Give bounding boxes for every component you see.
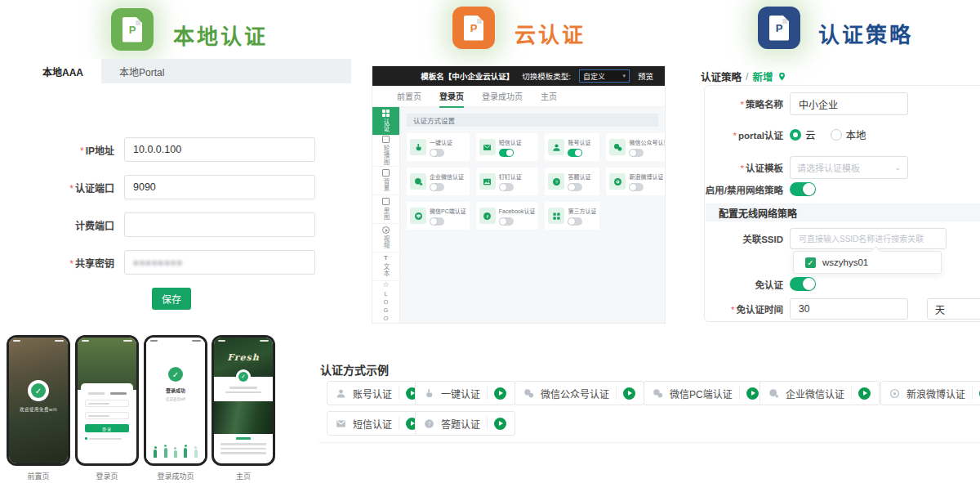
required-mark: * (69, 183, 74, 195)
auth-template-label: *认证模板 (705, 161, 790, 174)
method-toggle[interactable] (499, 149, 514, 157)
brand-logo-icon: ✓ (28, 380, 49, 401)
method-toggle[interactable] (430, 217, 444, 226)
play-icon[interactable] (494, 387, 506, 400)
decor-tab-active (110, 392, 127, 395)
method-toggle[interactable] (568, 149, 582, 157)
divider (739, 387, 740, 400)
radio-local[interactable] (831, 129, 842, 141)
success-screen: ✓ 登录成功 欢迎使用wifi (146, 338, 205, 463)
example-sina-weibo-auth[interactable]: 新浪微博认证 (880, 381, 980, 405)
sidebar-item-logo[interactable]: ☆ LOGO (372, 281, 399, 323)
wechat-pc-icon (653, 388, 663, 399)
method-toggle[interactable] (568, 183, 582, 191)
billing-port-input[interactable] (124, 212, 315, 237)
background-icon (382, 169, 390, 177)
agreement-row (85, 437, 129, 440)
ssid-option[interactable]: wszyhys01 (822, 257, 868, 267)
sidebar-item-text[interactable]: T 文本 (372, 253, 399, 281)
document-p-icon: P (122, 17, 142, 42)
sidebar-item-auth[interactable]: 认证 (372, 107, 399, 136)
play-icon[interactable] (623, 387, 635, 400)
play-icon[interactable] (494, 418, 506, 430)
breadcrumb-root[interactable]: 认证策略 (701, 69, 742, 84)
policy-icon: P (758, 7, 800, 49)
account-icon (548, 139, 564, 155)
divider (487, 417, 488, 430)
ssid-search-input[interactable] (790, 228, 947, 249)
required-mark: * (741, 163, 744, 173)
shared-key-input[interactable]: ●●●●●●●● (124, 250, 315, 275)
preview-button[interactable]: 预览 (638, 70, 653, 82)
ip-input[interactable] (124, 137, 315, 162)
method-card-wechat-pc: 微信PC端认证 (407, 202, 470, 230)
template-type-select[interactable]: 自定义▾ (579, 69, 630, 83)
free-auth-label: 免认证 (705, 278, 790, 291)
decor-bar (229, 387, 257, 389)
checkbox-checked-icon[interactable]: ✓ (805, 257, 816, 268)
phone-preview-success: ✓ 登录成功 欢迎使用wifi (144, 335, 207, 466)
method-card-wecom: 企业微信认证 (407, 168, 470, 195)
enable-policy-label: 启用/禁用网络策略 (705, 183, 790, 196)
auth-template-select[interactable]: 请选择认证模板⌄ (790, 156, 908, 179)
radio-cloud[interactable] (790, 129, 801, 141)
breadcrumb: 认证策略 / 新增 (701, 69, 786, 84)
auth-port-input[interactable] (124, 175, 315, 199)
policy-title: 认证策略 (818, 18, 913, 48)
tab-success-page[interactable]: 登录成功页 (482, 90, 523, 102)
example-wecom-auth[interactable]: 企业微信认证 (760, 381, 880, 405)
example-wechat-mp-auth[interactable]: 微信公众号认证 (514, 381, 644, 405)
decor-bar (220, 443, 266, 445)
radio-local-label[interactable]: 本地 (846, 127, 866, 142)
method-card-quiz: ? 答题认证 (545, 168, 599, 195)
sidebar-item-carousel[interactable]: 轮播图 (372, 136, 399, 167)
shared-key-label: *共享密钥 (33, 256, 124, 270)
editor-sidebar: 认证 轮播图 背景 单图 视频 (372, 107, 400, 323)
method-card-one-key: 一键认证 (407, 133, 470, 161)
portal-auth-row: *portal认证 云 本地 (705, 127, 881, 142)
method-toggle[interactable] (499, 217, 514, 226)
check-icon: ✓ (168, 367, 183, 382)
enable-policy-row: 启用/禁用网络策略 (705, 182, 816, 196)
method-toggle[interactable] (629, 183, 644, 191)
tab-local-portal[interactable]: 本地Portal (101, 59, 182, 83)
tab-pre-page[interactable]: 前置页 (397, 90, 421, 102)
method-toggle[interactable] (499, 183, 514, 191)
radio-cloud-label[interactable]: 云 (805, 127, 816, 142)
sidebar-item-background[interactable]: 背景 (372, 167, 399, 195)
free-auth-time-input[interactable] (790, 298, 908, 320)
play-icon[interactable] (746, 387, 759, 400)
brand-logo-icon: ✓ (236, 369, 251, 384)
enable-policy-toggle[interactable] (790, 182, 816, 196)
quiz-icon: ? (424, 418, 434, 429)
policy-name-input[interactable] (790, 92, 908, 115)
grid-icon (382, 110, 390, 117)
sidebar-item-single-image[interactable]: 单图 (372, 195, 399, 224)
editor-topbar: 模板名【中小企业云认证】 切换模板类型: 自定义▾ 预览 (372, 66, 665, 86)
method-toggle[interactable] (430, 149, 444, 157)
example-sms-auth[interactable]: 短信认证 (327, 411, 427, 436)
method-toggle[interactable] (568, 217, 582, 226)
page: P 本地认证 P 云认证 P 认证策略 本地AAA 本地Portal *IP地址… (0, 0, 980, 483)
decor-bar (88, 415, 109, 417)
portal-auth-label: *portal认证 (705, 128, 790, 141)
save-button[interactable]: 保存 (152, 288, 191, 310)
free-auth-toggle[interactable] (790, 277, 816, 291)
one-key-icon (424, 388, 434, 399)
example-wechat-pc-auth[interactable]: 微信PC端认证 (644, 381, 768, 405)
decor-bar (220, 448, 266, 450)
method-toggle[interactable] (430, 183, 444, 191)
form-row-shared-key: *共享密钥 ●●●●●●●● (33, 250, 315, 275)
example-account-auth[interactable]: 账号认证 (327, 381, 427, 405)
example-one-key-auth[interactable]: 一键认证 (415, 381, 515, 405)
tab-login-page[interactable]: 登录页 (439, 90, 464, 102)
time-unit-select[interactable]: 天 (927, 298, 980, 320)
sidebar-item-video[interactable]: 视频 (372, 224, 399, 253)
tab-local-aaa[interactable]: 本地AAA (24, 59, 101, 83)
tab-home-page[interactable]: 主页 (541, 90, 557, 102)
required-mark: * (69, 258, 74, 270)
play-icon[interactable] (858, 387, 871, 400)
method-toggle[interactable] (629, 149, 644, 157)
form-row-billing-port: 计费端口 (33, 212, 315, 237)
example-quiz-auth[interactable]: ? 答题认证 (415, 411, 515, 436)
